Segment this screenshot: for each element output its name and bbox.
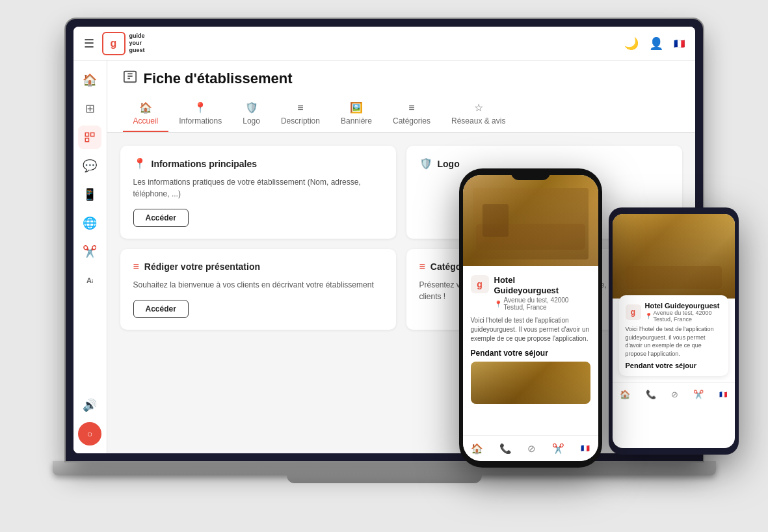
phone-content-main: g Hotel Guideyourguest 📍 Avenue du test,…	[463, 266, 598, 435]
tab-reseaux-label: Réseaux & avis	[451, 116, 505, 126]
phone-screen-main: g Hotel Guideyourguest 📍 Avenue du test,…	[463, 175, 598, 461]
second-hotel-logo: g	[626, 304, 641, 320]
sidebar-item-app[interactable]: 📱	[78, 183, 101, 206]
phone-second: g Hotel Guideyourguest 📍 Avenue du test,…	[609, 207, 739, 455]
nav-phone-icon[interactable]: 📞	[499, 443, 512, 455]
svg-rect-2	[85, 139, 88, 142]
page-header: Fiche d'établissement 🏠 Accueil 📍 Inform…	[107, 60, 695, 133]
hotel-logo: g	[471, 275, 489, 293]
second-nav-wifi[interactable]: ⊘	[671, 390, 678, 399]
language-icon[interactable]: 🇫🇷	[674, 38, 685, 49]
desc-icon: ≡	[133, 261, 139, 273]
second-nav-scissors[interactable]: ✂️	[693, 390, 704, 399]
dark-mode-icon[interactable]: 🌙	[624, 36, 639, 51]
card-description: ≡ Rédiger votre présentation Souhaitez l…	[120, 249, 396, 330]
svg-rect-0	[85, 133, 88, 136]
hotel-desc: Voici l'hotel de test de l'application g…	[471, 316, 590, 343]
card-description-button[interactable]: Accéder	[133, 300, 189, 318]
cat-icon: ≡	[419, 261, 425, 273]
sidebar-item-audio[interactable]: 🔊	[78, 393, 101, 417]
nav-wifi-icon[interactable]: ⊘	[527, 443, 536, 455]
user-icon[interactable]: 👤	[649, 36, 663, 51]
card-informations-text: Les informations pratiques de votre étab…	[133, 176, 383, 200]
tab-informations[interactable]: 📍 Informations	[168, 96, 232, 132]
info-icon: 📍	[133, 157, 146, 170]
sidebar-item-fiches[interactable]	[78, 126, 101, 149]
second-hotel-name: Hotel Guideyourguest	[645, 302, 720, 310]
tab-accueil-icon: 🏠	[139, 101, 152, 114]
card-informations-button[interactable]: Accéder	[133, 209, 189, 227]
phone-main: g Hotel Guideyourguest 📍 Avenue du test,…	[459, 168, 602, 468]
hotel-section-title: Pendant votre séjour	[471, 349, 590, 358]
card-description-text: Souhaitez la bienvenue à vos clients en …	[133, 279, 383, 291]
logo-card-icon: 🛡️	[419, 157, 432, 170]
tab-banniere-label: Bannière	[341, 116, 372, 126]
tab-logo[interactable]: 🛡️ Logo	[232, 96, 271, 132]
app-header: ☰ g guide your guest 🌙 👤 🇫🇷	[73, 27, 695, 60]
tab-categories-icon: ≡	[408, 102, 414, 114]
menu-icon[interactable]: ☰	[84, 36, 94, 51]
hotel-address: 📍 Avenue du test, 42000 Testud, France	[494, 297, 569, 311]
second-hotel-desc: Voici l'hotel de test de l'application g…	[626, 325, 722, 358]
sidebar-item-ia[interactable]: Aᵢ	[78, 269, 101, 292]
tab-accueil[interactable]: 🏠 Accueil	[123, 96, 169, 132]
tab-categories[interactable]: ≡ Catégories	[382, 97, 441, 132]
sidebar-item-dashboard[interactable]: ⊞	[78, 97, 101, 120]
nav-lang-icon[interactable]: 🇫🇷	[581, 444, 590, 453]
tab-reseaux[interactable]: ☆ Réseaux & avis	[441, 96, 516, 132]
tab-banniere-icon: 🖼️	[350, 101, 363, 114]
tab-informations-label: Informations	[179, 116, 222, 126]
sidebar-item-web[interactable]: 🌐	[78, 211, 101, 235]
phone-hotel-image	[463, 175, 598, 266]
phone-notch	[511, 168, 550, 180]
card-description-title: ≡ Rédiger votre présentation	[133, 261, 383, 273]
page-title: Fiche d'établissement	[123, 70, 680, 87]
sidebar-item-home[interactable]: 🏠	[78, 68, 101, 92]
logo-area: g guide your guest	[102, 32, 616, 55]
tab-banniere[interactable]: 🖼️ Bannière	[330, 96, 382, 132]
second-phone-nav: 🏠 📞 ⊘ ✂️ 🇫🇷	[613, 382, 735, 405]
second-hotel-header: g Hotel Guideyourguest 📍 Avenue du test,…	[626, 302, 722, 323]
tab-reseaux-icon: ☆	[474, 101, 483, 114]
second-phone-image	[613, 214, 735, 299]
sidebar: 🏠 ⊞ 💬 📱 🌐 ✂️ Aᵢ 🔊 ○	[73, 60, 107, 453]
second-nav-lang[interactable]: 🇫🇷	[719, 391, 727, 398]
header-actions: 🌙 👤 🇫🇷	[624, 36, 685, 51]
tab-logo-icon: 🛡️	[245, 101, 258, 114]
sidebar-item-messages[interactable]: 💬	[78, 154, 101, 178]
laptop-foot	[287, 475, 482, 483]
card-informations-title: 📍 Informations principales	[133, 157, 383, 170]
sidebar-item-tools[interactable]: ✂️	[78, 240, 101, 263]
second-hotel-address: 📍 Avenue du test, 42000 Testud, France	[645, 310, 720, 323]
tab-informations-icon: 📍	[194, 101, 207, 114]
tab-logo-label: Logo	[243, 116, 260, 126]
phone-room-thumbnail	[471, 362, 590, 404]
second-hotel-section: Pendant votre séjour	[626, 362, 722, 369]
tabs: 🏠 Accueil 📍 Informations 🛡️ Logo	[123, 96, 680, 132]
brand-name: guide your guest	[129, 33, 145, 53]
page-title-icon	[123, 70, 137, 87]
hotel-name-row: g Hotel Guideyourguest 📍 Avenue du test,…	[471, 275, 590, 311]
second-phone-content: g Hotel Guideyourguest 📍 Avenue du test,…	[613, 299, 735, 382]
svg-rect-1	[91, 133, 94, 136]
tab-accueil-label: Accueil	[133, 116, 159, 126]
second-phone-card: g Hotel Guideyourguest 📍 Avenue du test,…	[619, 295, 728, 376]
second-nav-home[interactable]: 🏠	[620, 390, 630, 399]
laptop-screen: ☰ g guide your guest 🌙 👤 🇫🇷 🏠 ⊞	[66, 19, 703, 461]
hotel-name: Hotel Guideyourguest	[494, 275, 569, 295]
laptop-frame: ☰ g guide your guest 🌙 👤 🇫🇷 🏠 ⊞	[40, 19, 729, 513]
phone-screen-second: g Hotel Guideyourguest 📍 Avenue du test,…	[613, 214, 735, 448]
tab-description-label: Description	[281, 116, 320, 126]
second-nav-phone[interactable]: 📞	[646, 390, 656, 399]
phone-bottom-nav: 🏠 📞 ⊘ ✂️ 🇫🇷	[463, 435, 598, 461]
devices-overlay: g Hotel Guideyourguest 📍 Avenue du test,…	[459, 168, 739, 468]
card-informations: 📍 Informations principales Les informati…	[120, 146, 396, 239]
tab-description-icon: ≡	[297, 102, 303, 114]
nav-home-icon[interactable]: 🏠	[471, 443, 483, 455]
brand-logo: g	[102, 32, 126, 55]
nav-scissors-icon[interactable]: ✂️	[552, 443, 564, 455]
tab-categories-label: Catégories	[393, 116, 430, 126]
tab-description[interactable]: ≡ Description	[271, 97, 330, 132]
user-avatar[interactable]: ○	[78, 422, 101, 446]
